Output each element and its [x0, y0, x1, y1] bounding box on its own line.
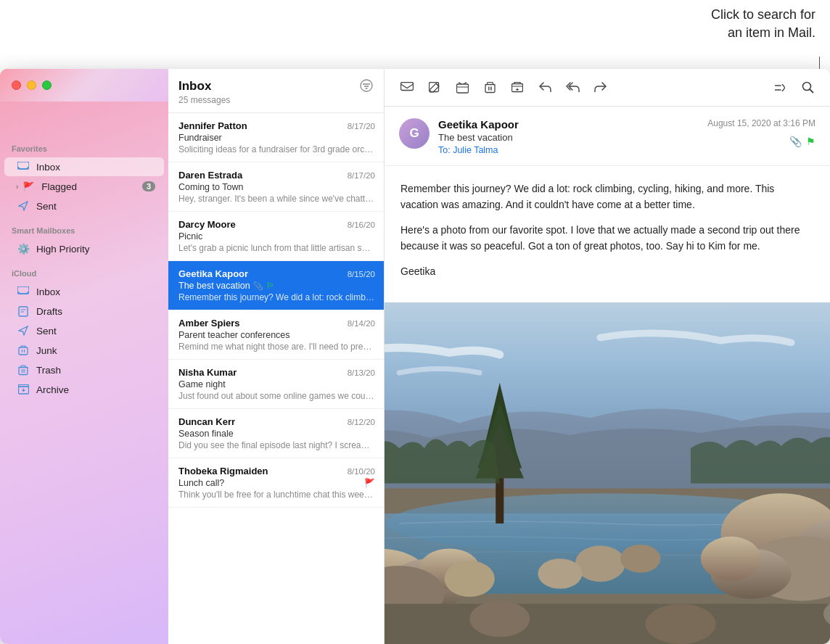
- new-message-button[interactable]: [395, 75, 419, 100]
- more-button[interactable]: [768, 75, 792, 100]
- favorites-section-label: Favorites: [0, 134, 168, 157]
- message-item[interactable]: Darcy Moore 8/16/20 Picnic Let's grab a …: [168, 212, 384, 261]
- high-priority-label: High Priority: [36, 244, 155, 255]
- message-preview: Just found out about some online games w…: [178, 391, 375, 401]
- message-preview: Soliciting ideas for a fundraiser for 3r…: [178, 144, 375, 154]
- message-sender: Nisha Kumar: [178, 367, 237, 378]
- flagged-chevron: ›: [16, 183, 18, 191]
- reply-button[interactable]: [533, 75, 557, 100]
- svg-rect-8: [401, 82, 414, 90]
- sidebar-item-junk[interactable]: Junk: [4, 341, 164, 360]
- inbox-title: Inbox: [178, 79, 230, 94]
- svg-point-33: [445, 561, 495, 597]
- message-sender: Daren Estrada: [178, 170, 242, 181]
- message-item[interactable]: Nisha Kumar 8/13/20 Game night Just foun…: [168, 360, 384, 409]
- message-preview: Think you'll be free for a lunchtime cha…: [178, 490, 375, 500]
- sidebar-item-icloud-sent[interactable]: Sent: [4, 321, 164, 340]
- message-list-header: Inbox 25 messages: [168, 69, 384, 113]
- email-body-p2: Here's a photo from our favorite spot. I…: [400, 222, 814, 255]
- sent-favorites-label: Sent: [36, 201, 155, 212]
- sidebar-item-sent-favorites[interactable]: Sent: [4, 197, 164, 215]
- email-timestamp: August 15, 2020 at 3:16 PM: [707, 118, 815, 128]
- inbox-favorites-label: Inbox: [36, 162, 155, 173]
- high-priority-icon: ⚙️: [16, 243, 30, 255]
- move-button[interactable]: [450, 75, 474, 100]
- close-button[interactable]: [12, 80, 21, 90]
- compose-button[interactable]: [422, 75, 447, 100]
- minimize-button[interactable]: [27, 80, 36, 90]
- sidebar-item-drafts[interactable]: Drafts: [4, 302, 164, 321]
- flagged-label: Flagged: [41, 181, 142, 192]
- smart-mailboxes-section-label: Smart Mailboxes: [0, 216, 168, 239]
- message-sender: Amber Spiers: [178, 318, 240, 329]
- message-item[interactable]: Jennifer Patton 8/17/20 Fundraiser Solic…: [168, 113, 384, 162]
- message-subject: Parent teacher conferences: [178, 330, 290, 340]
- message-item[interactable]: Thobeka Rigmaiden 8/10/20 Lunch call? 🚩 …: [168, 458, 384, 508]
- svg-point-35: [469, 600, 530, 637]
- message-preview: Let's grab a picnic lunch from that litt…: [178, 243, 375, 253]
- attachment-icon: 📎: [253, 281, 263, 291]
- icloud-sent-icon: [16, 325, 30, 337]
- archive-label: Archive: [36, 384, 155, 395]
- sidebar-item-inbox-favorites[interactable]: Inbox: [4, 157, 164, 176]
- message-item[interactable]: Daren Estrada 8/17/20 Coming to Town Hey…: [168, 162, 384, 212]
- forward-button[interactable]: [588, 75, 612, 100]
- sidebar-item-high-priority[interactable]: ⚙️ High Priority: [4, 239, 164, 258]
- icloud-inbox-label: Inbox: [36, 286, 155, 297]
- sidebar-item-icloud-inbox[interactable]: Inbox: [4, 282, 164, 301]
- sent-favorites-icon: [16, 200, 30, 212]
- svg-point-27: [538, 558, 582, 589]
- message-list: Inbox 25 messages Jennifer Patton 8/17/2…: [168, 69, 385, 644]
- message-sender: Thobeka Rigmaiden: [178, 466, 268, 476]
- message-subject: Coming to Town: [178, 182, 243, 192]
- svg-rect-6: [18, 385, 28, 387]
- search-button[interactable]: [795, 75, 820, 100]
- message-date: 8/16/20: [348, 220, 375, 229]
- sidebar: Favorites Inbox › 🚩 Flagged 3 Sent: [0, 69, 168, 644]
- attachment-paperclip-icon: 📎: [789, 136, 802, 147]
- svg-rect-10: [456, 84, 468, 93]
- email-subject: The best vacation: [438, 132, 699, 143]
- to-address: Julie Talma: [453, 145, 498, 155]
- icloud-section-label: iCloud: [0, 259, 168, 281]
- message-date: 8/13/20: [348, 368, 375, 377]
- message-subject: Lunch call?: [178, 478, 224, 488]
- inbox-count: 25 messages: [178, 95, 230, 105]
- message-preview: Remind me what night those are. I'll nee…: [178, 342, 375, 352]
- email-header: G Geetika Kapoor The best vacation To: J…: [385, 107, 830, 166]
- message-date: 8/15/20: [348, 270, 375, 278]
- svg-rect-3: [19, 347, 28, 355]
- delete-button[interactable]: [477, 75, 502, 100]
- email-from: Geetika Kapoor: [438, 118, 699, 131]
- message-item-selected[interactable]: Geetika Kapoor 8/15/20 The best vacation…: [168, 261, 384, 310]
- window-titlebar: [0, 69, 168, 102]
- sidebar-item-flagged[interactable]: › 🚩 Flagged 3: [4, 177, 164, 196]
- detail-pane: G Geetika Kapoor The best vacation To: J…: [385, 69, 830, 644]
- message-preview: Hey, stranger. It's been a while since w…: [178, 194, 375, 204]
- message-item[interactable]: Duncan Kerr 8/12/20 Season finale Did yo…: [168, 409, 384, 458]
- email-flag-icon: ⚑: [806, 136, 815, 147]
- message-subject: The best vacation: [178, 281, 250, 291]
- archive-icon: [16, 384, 30, 395]
- email-body: Remember this journey? We did a lot: roc…: [385, 166, 830, 302]
- reply-all-button[interactable]: [560, 75, 585, 100]
- message-item[interactable]: Amber Spiers 8/14/20 Parent teacher conf…: [168, 310, 384, 360]
- junk-button[interactable]: [505, 75, 530, 100]
- filter-icon[interactable]: [359, 79, 374, 96]
- sidebar-item-archive[interactable]: Archive: [4, 380, 164, 399]
- message-date: 8/17/20: [348, 122, 375, 131]
- avatar: G: [399, 118, 430, 149]
- message-sender: Geetika Kapoor: [178, 268, 248, 279]
- flag-icon: 🏳: [266, 281, 275, 291]
- red-flag-icon: 🚩: [364, 478, 375, 488]
- message-date: 8/17/20: [348, 171, 375, 180]
- sidebar-item-trash[interactable]: Trash: [4, 360, 164, 379]
- message-subject: Game night: [178, 379, 226, 389]
- email-actions: 📎 ⚑: [789, 136, 815, 147]
- email-meta: Geetika Kapoor The best vacation To: Jul…: [438, 118, 699, 155]
- message-subject: Picnic: [178, 231, 202, 242]
- email-photo: [385, 302, 830, 644]
- maximize-button[interactable]: [42, 80, 52, 90]
- email-to: To: Julie Talma: [438, 145, 699, 155]
- message-date: 8/10/20: [348, 467, 375, 476]
